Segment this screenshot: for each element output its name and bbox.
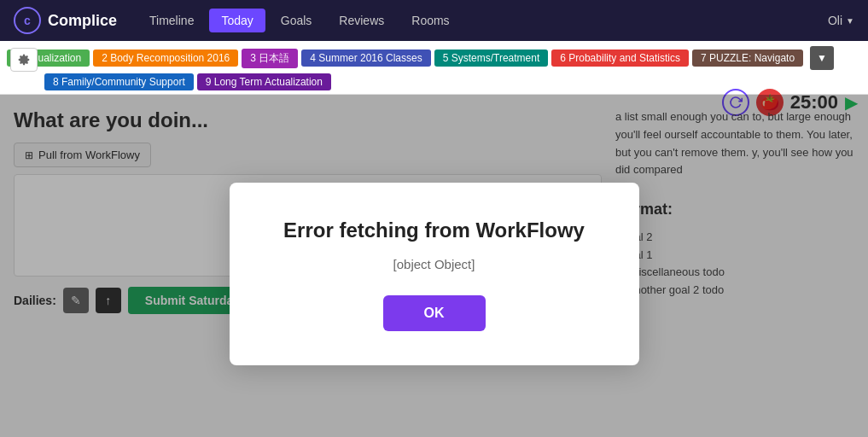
main-content: What are you doin... ⊞ Pull from WorkFlo… (0, 95, 868, 437)
nav-goals[interactable]: Goals (269, 9, 324, 32)
tabs-more-button[interactable]: ▼ (810, 46, 834, 70)
nav-reviews[interactable]: Reviews (327, 9, 396, 32)
nav-user[interactable]: Oli ▼ (828, 14, 854, 27)
logo: c Complice (14, 7, 117, 34)
modal-message: [object Object] (271, 257, 598, 271)
chevron-down-icon: ▼ (846, 16, 854, 26)
tab-3[interactable]: 3 日本語 (242, 49, 298, 68)
modal-title: Error fetching from WorkFlowy (271, 217, 598, 243)
nav-today[interactable]: Today (209, 9, 265, 32)
nav-timeline[interactable]: Timeline (137, 9, 206, 32)
tab-2[interactable]: 2 Body Recomposition 2016 (93, 50, 238, 67)
tab-settings-button[interactable] (10, 48, 38, 72)
tab-5[interactable]: 5 Systems/Treatment (434, 50, 549, 67)
modal-ok-button[interactable]: OK (383, 295, 486, 331)
modal-overlay: Error fetching from WorkFlowy [object Ob… (0, 95, 868, 437)
logo-text: Complice (48, 12, 117, 30)
nav-rooms[interactable]: Rooms (399, 9, 461, 32)
nav-links: Timeline Today Goals Reviews Rooms (137, 9, 821, 32)
tab-7[interactable]: 7 PUZZLE: Navigato (692, 50, 803, 67)
navbar: c Complice Timeline Today Goals Reviews … (0, 0, 868, 41)
tab-6[interactable]: 6 Probability and Statistics (551, 50, 689, 67)
logo-icon: c (14, 7, 41, 34)
tab-9[interactable]: 9 Long Term Actualization (197, 73, 331, 90)
error-modal: Error fetching from WorkFlowy [object Ob… (230, 183, 639, 365)
tab-4[interactable]: 4 Summer 2016 Classes (301, 50, 430, 67)
nav-user-name: Oli (828, 14, 842, 27)
tab-8[interactable]: 8 Family/Community Support (44, 73, 194, 90)
